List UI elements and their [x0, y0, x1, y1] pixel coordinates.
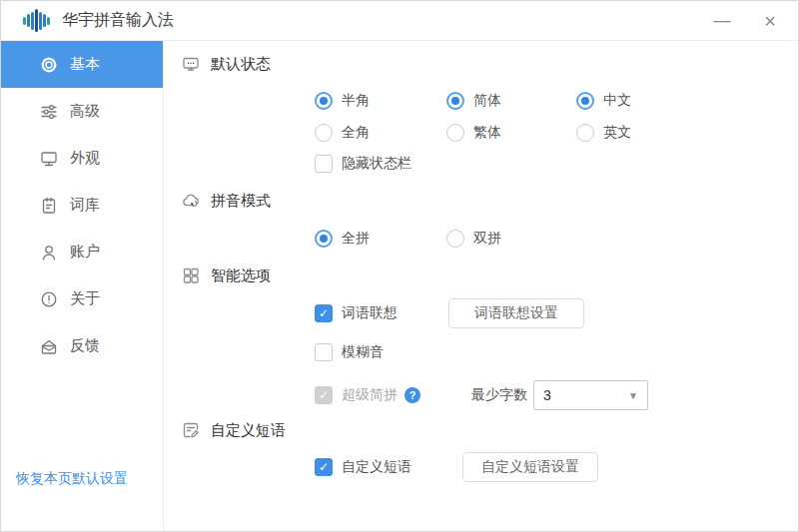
radio-label: 全拼 [342, 230, 370, 248]
sidebar-item-feedback[interactable]: 反馈 [1, 322, 163, 369]
app-logo-icon [23, 9, 50, 33]
checkbox-label: 隐藏状态栏 [342, 155, 411, 173]
hide-statusbar-row: 隐藏状态栏 [315, 153, 411, 175]
settings-panel: 默认状态 半角 简体 中文 全角 繁体 [164, 41, 798, 531]
sliders-icon [39, 102, 59, 122]
gear-icon [39, 55, 59, 75]
feedback-mail-icon [39, 336, 59, 356]
section-custom-phrases: 自定义短语 [181, 418, 286, 442]
section-smart-options: 智能选项 [181, 264, 271, 287]
dictionary-icon [39, 196, 59, 216]
sidebar-item-account[interactable]: 账户 [1, 229, 163, 275]
checkbox-label: 词语联想 [342, 304, 398, 322]
word-association-settings-button[interactable]: 词语联想设置 [448, 298, 584, 328]
close-button[interactable]: × [754, 6, 786, 36]
radio-label: 英文 [603, 124, 631, 142]
min-chars-value: 3 [543, 387, 551, 403]
sidebar-item-label: 反馈 [70, 336, 100, 355]
sidebar: 基本 高级 外观 [1, 41, 164, 531]
min-chars-label: 最少字数 [471, 386, 527, 404]
radio-double-pinyin[interactable] [446, 230, 464, 248]
monitor-icon [39, 149, 59, 169]
checkbox-label: 超级简拼 [342, 386, 398, 404]
user-icon [39, 243, 59, 263]
radio-simplified[interactable] [446, 92, 464, 110]
info-icon [39, 289, 59, 309]
super-simple-row: ✓ 超级简拼 ? 最少字数 3 ▼ [315, 380, 648, 410]
checkbox-custom-phrases[interactable]: ✓ [315, 458, 333, 476]
section-default-state: 默认状态 [181, 52, 271, 76]
section-pinyin-mode: 拼音模式 [181, 189, 271, 213]
checkbox-hide-statusbar[interactable] [315, 155, 333, 173]
statusbar-icon [181, 54, 201, 74]
radio-label: 简体 [473, 92, 501, 110]
default-state-row-1: 半角 简体 中文 [315, 90, 631, 112]
checkbox-word-association[interactable]: ✓ [315, 304, 333, 322]
pinyin-mode-row: 全拼 双拼 [315, 228, 576, 250]
sidebar-item-label: 外观 [70, 149, 100, 168]
edit-document-icon [181, 420, 201, 440]
custom-phrases-settings-button[interactable]: 自定义短语设置 [462, 452, 598, 482]
cloud-sync-icon [181, 191, 201, 211]
checkbox-label: 模糊音 [342, 343, 384, 361]
radio-label: 半角 [342, 92, 370, 110]
radio-label: 繁体 [473, 124, 501, 142]
sidebar-item-label: 账户 [70, 243, 100, 262]
sidebar-item-basic[interactable]: 基本 [1, 41, 163, 88]
fuzzy-sound-row: 模糊音 [315, 341, 384, 363]
section-title: 自定义短语 [211, 421, 286, 440]
sidebar-item-appearance[interactable]: 外观 [1, 135, 163, 182]
radio-label: 中文 [603, 92, 631, 110]
sidebar-item-dictionary[interactable]: 词库 [1, 182, 163, 229]
app-window: 华宇拼音输入法 — × 基本 高级 [0, 0, 799, 532]
custom-phrases-row: ✓ 自定义短语 自定义短语设置 [315, 451, 598, 483]
sidebar-item-label: 高级 [70, 102, 100, 121]
radio-half-width[interactable] [315, 92, 333, 110]
minimize-button[interactable]: — [706, 6, 738, 36]
radio-label: 全角 [342, 124, 370, 142]
checkbox-fuzzy-sound[interactable] [315, 343, 333, 361]
radio-chinese[interactable] [576, 92, 594, 110]
sidebar-item-label: 关于 [70, 289, 100, 308]
word-association-row: ✓ 词语联想 词语联想设置 [315, 297, 584, 329]
radio-english[interactable] [576, 124, 594, 142]
radio-full-width[interactable] [315, 124, 333, 142]
sidebar-item-advanced[interactable]: 高级 [1, 88, 163, 135]
chevron-down-icon: ▼ [628, 390, 638, 401]
grid-icon [181, 266, 201, 285]
restore-defaults-link[interactable]: 恢复本页默认设置 [16, 470, 128, 488]
checkbox-super-simple: ✓ [315, 386, 333, 404]
section-title: 智能选项 [211, 266, 271, 285]
default-state-row-2: 全角 繁体 英文 [315, 122, 631, 144]
radio-label: 双拼 [473, 230, 501, 248]
section-title: 默认状态 [211, 55, 271, 74]
titlebar: 华宇拼音输入法 — × [1, 1, 798, 41]
sidebar-item-about[interactable]: 关于 [1, 275, 163, 322]
section-title: 拼音模式 [211, 192, 271, 211]
radio-traditional[interactable] [446, 124, 464, 142]
checkbox-label: 自定义短语 [342, 458, 411, 476]
help-icon[interactable]: ? [404, 387, 420, 403]
app-title: 华宇拼音输入法 [62, 10, 174, 31]
sidebar-item-label: 词库 [70, 196, 100, 215]
sidebar-item-label: 基本 [70, 55, 100, 74]
min-chars-select[interactable]: 3 ▼ [533, 380, 648, 410]
radio-full-pinyin[interactable] [315, 230, 333, 248]
